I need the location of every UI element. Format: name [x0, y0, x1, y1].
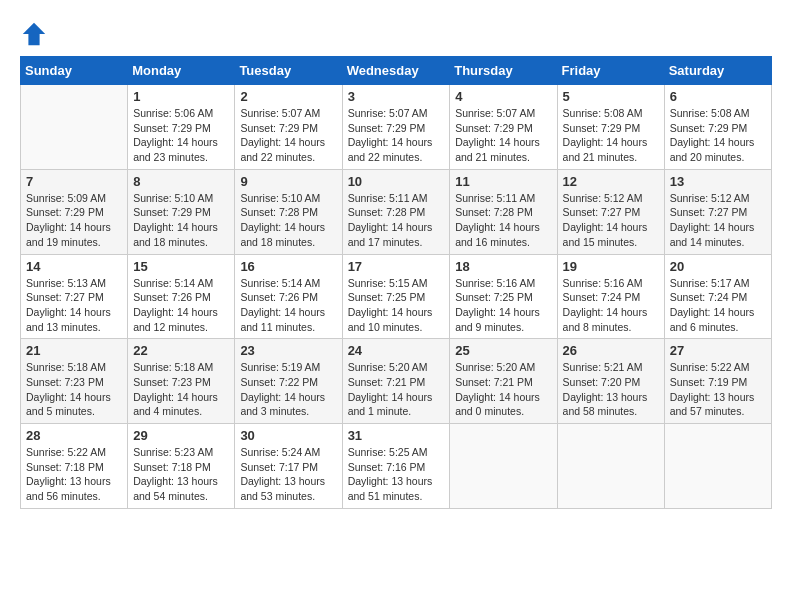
day-info: Sunrise: 5:12 AMSunset: 7:27 PMDaylight:…: [563, 191, 659, 250]
day-number: 2: [240, 89, 336, 104]
calendar-cell: 2 Sunrise: 5:07 AMSunset: 7:29 PMDayligh…: [235, 85, 342, 170]
calendar-cell: 18 Sunrise: 5:16 AMSunset: 7:25 PMDaylig…: [450, 254, 557, 339]
calendar-cell: 22 Sunrise: 5:18 AMSunset: 7:23 PMDaylig…: [128, 339, 235, 424]
day-info: Sunrise: 5:14 AMSunset: 7:26 PMDaylight:…: [133, 276, 229, 335]
day-info: Sunrise: 5:16 AMSunset: 7:24 PMDaylight:…: [563, 276, 659, 335]
calendar-week-row: 28 Sunrise: 5:22 AMSunset: 7:18 PMDaylig…: [21, 424, 772, 509]
day-info: Sunrise: 5:10 AMSunset: 7:28 PMDaylight:…: [240, 191, 336, 250]
calendar-cell: 15 Sunrise: 5:14 AMSunset: 7:26 PMDaylig…: [128, 254, 235, 339]
day-info: Sunrise: 5:07 AMSunset: 7:29 PMDaylight:…: [348, 106, 445, 165]
calendar-cell: 30 Sunrise: 5:24 AMSunset: 7:17 PMDaylig…: [235, 424, 342, 509]
day-info: Sunrise: 5:07 AMSunset: 7:29 PMDaylight:…: [455, 106, 551, 165]
day-number: 16: [240, 259, 336, 274]
day-number: 6: [670, 89, 766, 104]
day-number: 25: [455, 343, 551, 358]
day-info: Sunrise: 5:24 AMSunset: 7:17 PMDaylight:…: [240, 445, 336, 504]
calendar-cell: 24 Sunrise: 5:20 AMSunset: 7:21 PMDaylig…: [342, 339, 450, 424]
calendar-cell: 7 Sunrise: 5:09 AMSunset: 7:29 PMDayligh…: [21, 169, 128, 254]
day-number: 8: [133, 174, 229, 189]
calendar-cell: 9 Sunrise: 5:10 AMSunset: 7:28 PMDayligh…: [235, 169, 342, 254]
calendar-cell: 29 Sunrise: 5:23 AMSunset: 7:18 PMDaylig…: [128, 424, 235, 509]
day-info: Sunrise: 5:12 AMSunset: 7:27 PMDaylight:…: [670, 191, 766, 250]
calendar-cell: 1 Sunrise: 5:06 AMSunset: 7:29 PMDayligh…: [128, 85, 235, 170]
day-info: Sunrise: 5:13 AMSunset: 7:27 PMDaylight:…: [26, 276, 122, 335]
calendar-week-row: 7 Sunrise: 5:09 AMSunset: 7:29 PMDayligh…: [21, 169, 772, 254]
day-number: 26: [563, 343, 659, 358]
day-info: Sunrise: 5:22 AMSunset: 7:18 PMDaylight:…: [26, 445, 122, 504]
calendar-cell: 3 Sunrise: 5:07 AMSunset: 7:29 PMDayligh…: [342, 85, 450, 170]
day-info: Sunrise: 5:19 AMSunset: 7:22 PMDaylight:…: [240, 360, 336, 419]
day-info: Sunrise: 5:25 AMSunset: 7:16 PMDaylight:…: [348, 445, 445, 504]
day-info: Sunrise: 5:22 AMSunset: 7:19 PMDaylight:…: [670, 360, 766, 419]
day-number: 5: [563, 89, 659, 104]
day-number: 27: [670, 343, 766, 358]
calendar-table: SundayMondayTuesdayWednesdayThursdayFrid…: [20, 56, 772, 509]
calendar-cell: [450, 424, 557, 509]
day-number: 1: [133, 89, 229, 104]
day-info: Sunrise: 5:11 AMSunset: 7:28 PMDaylight:…: [348, 191, 445, 250]
calendar-cell: 13 Sunrise: 5:12 AMSunset: 7:27 PMDaylig…: [664, 169, 771, 254]
calendar-cell: 17 Sunrise: 5:15 AMSunset: 7:25 PMDaylig…: [342, 254, 450, 339]
day-number: 7: [26, 174, 122, 189]
calendar-week-row: 14 Sunrise: 5:13 AMSunset: 7:27 PMDaylig…: [21, 254, 772, 339]
calendar-cell: [21, 85, 128, 170]
weekday-header: Monday: [128, 57, 235, 85]
day-number: 11: [455, 174, 551, 189]
calendar-cell: 28 Sunrise: 5:22 AMSunset: 7:18 PMDaylig…: [21, 424, 128, 509]
day-info: Sunrise: 5:06 AMSunset: 7:29 PMDaylight:…: [133, 106, 229, 165]
day-info: Sunrise: 5:18 AMSunset: 7:23 PMDaylight:…: [26, 360, 122, 419]
day-number: 30: [240, 428, 336, 443]
logo: [20, 20, 52, 48]
day-info: Sunrise: 5:11 AMSunset: 7:28 PMDaylight:…: [455, 191, 551, 250]
day-number: 17: [348, 259, 445, 274]
calendar-cell: 12 Sunrise: 5:12 AMSunset: 7:27 PMDaylig…: [557, 169, 664, 254]
day-info: Sunrise: 5:23 AMSunset: 7:18 PMDaylight:…: [133, 445, 229, 504]
day-number: 4: [455, 89, 551, 104]
day-number: 28: [26, 428, 122, 443]
day-number: 12: [563, 174, 659, 189]
weekday-header: Wednesday: [342, 57, 450, 85]
weekday-header: Sunday: [21, 57, 128, 85]
day-info: Sunrise: 5:21 AMSunset: 7:20 PMDaylight:…: [563, 360, 659, 419]
day-number: 14: [26, 259, 122, 274]
day-number: 29: [133, 428, 229, 443]
calendar-cell: 26 Sunrise: 5:21 AMSunset: 7:20 PMDaylig…: [557, 339, 664, 424]
calendar-cell: 27 Sunrise: 5:22 AMSunset: 7:19 PMDaylig…: [664, 339, 771, 424]
day-number: 19: [563, 259, 659, 274]
calendar-cell: 5 Sunrise: 5:08 AMSunset: 7:29 PMDayligh…: [557, 85, 664, 170]
calendar-cell: 14 Sunrise: 5:13 AMSunset: 7:27 PMDaylig…: [21, 254, 128, 339]
calendar-cell: 6 Sunrise: 5:08 AMSunset: 7:29 PMDayligh…: [664, 85, 771, 170]
calendar-cell: [557, 424, 664, 509]
day-number: 15: [133, 259, 229, 274]
calendar-week-row: 1 Sunrise: 5:06 AMSunset: 7:29 PMDayligh…: [21, 85, 772, 170]
weekday-header: Thursday: [450, 57, 557, 85]
day-number: 20: [670, 259, 766, 274]
day-number: 10: [348, 174, 445, 189]
calendar-cell: 11 Sunrise: 5:11 AMSunset: 7:28 PMDaylig…: [450, 169, 557, 254]
day-number: 13: [670, 174, 766, 189]
day-info: Sunrise: 5:17 AMSunset: 7:24 PMDaylight:…: [670, 276, 766, 335]
svg-marker-0: [23, 23, 45, 45]
calendar-cell: 4 Sunrise: 5:07 AMSunset: 7:29 PMDayligh…: [450, 85, 557, 170]
day-number: 18: [455, 259, 551, 274]
day-info: Sunrise: 5:08 AMSunset: 7:29 PMDaylight:…: [670, 106, 766, 165]
calendar-cell: 10 Sunrise: 5:11 AMSunset: 7:28 PMDaylig…: [342, 169, 450, 254]
day-info: Sunrise: 5:20 AMSunset: 7:21 PMDaylight:…: [348, 360, 445, 419]
calendar-header-row: SundayMondayTuesdayWednesdayThursdayFrid…: [21, 57, 772, 85]
day-number: 22: [133, 343, 229, 358]
day-number: 21: [26, 343, 122, 358]
logo-icon: [20, 20, 48, 48]
calendar-cell: 19 Sunrise: 5:16 AMSunset: 7:24 PMDaylig…: [557, 254, 664, 339]
calendar-cell: 25 Sunrise: 5:20 AMSunset: 7:21 PMDaylig…: [450, 339, 557, 424]
weekday-header: Friday: [557, 57, 664, 85]
calendar-cell: 16 Sunrise: 5:14 AMSunset: 7:26 PMDaylig…: [235, 254, 342, 339]
day-info: Sunrise: 5:18 AMSunset: 7:23 PMDaylight:…: [133, 360, 229, 419]
calendar-cell: 21 Sunrise: 5:18 AMSunset: 7:23 PMDaylig…: [21, 339, 128, 424]
day-info: Sunrise: 5:09 AMSunset: 7:29 PMDaylight:…: [26, 191, 122, 250]
weekday-header: Saturday: [664, 57, 771, 85]
day-number: 24: [348, 343, 445, 358]
calendar-cell: [664, 424, 771, 509]
day-number: 31: [348, 428, 445, 443]
page-header: [20, 20, 772, 48]
day-info: Sunrise: 5:20 AMSunset: 7:21 PMDaylight:…: [455, 360, 551, 419]
